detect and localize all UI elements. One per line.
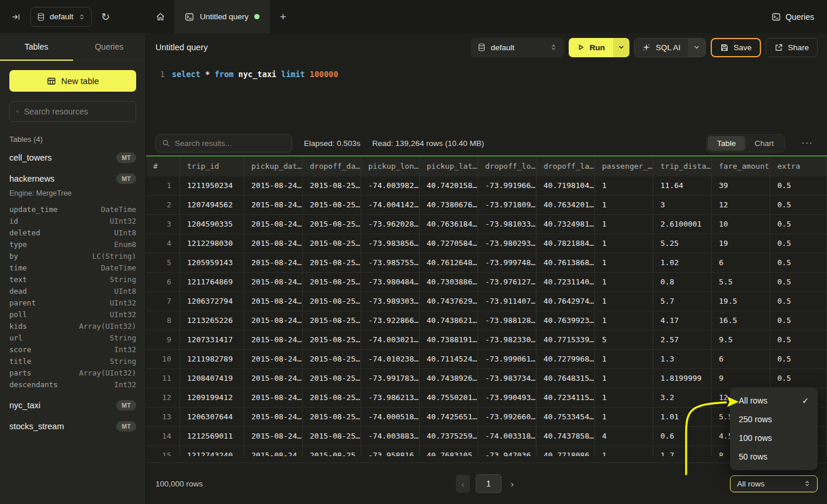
cell-trip-distance[interactable]: 0.8 — [653, 273, 712, 291]
current-page-button[interactable]: 1 — [476, 474, 501, 493]
cell-passenger-count[interactable]: 1 — [595, 311, 653, 330]
sidebar-table-nyc-taxi[interactable]: nyc_taxi MT — [0, 395, 146, 416]
cell-fare-amount[interactable]: 10 — [712, 215, 770, 234]
column-header[interactable]: passenger_… — [595, 157, 653, 176]
sidebar-table-stocks-stream[interactable]: stocks_stream MT — [0, 416, 146, 437]
tab-untitled-query[interactable]: Untitled query — [174, 0, 270, 33]
cell-dropoff-longitude[interactable]: -74.003318… — [478, 427, 537, 446]
column-header[interactable]: trip_id — [180, 157, 244, 176]
cell-fare-amount[interactable]: 9 — [712, 369, 770, 388]
cell-pickup-date[interactable]: 2015-08-24… — [244, 350, 303, 369]
cell-dropoff-date[interactable]: 2015-08-25… — [303, 234, 361, 253]
column-header[interactable]: dropoff_la… — [537, 157, 595, 176]
table-row[interactable]: 14 1212569011 2015-08-24… 2015-08-25… -7… — [146, 427, 827, 446]
cell-trip-id[interactable]: 1204590335 — [180, 215, 244, 234]
collapse-sidebar-icon[interactable] — [8, 9, 25, 25]
cell-pickup-latitude[interactable]: 40.7438621… — [420, 311, 478, 330]
cell-dropoff-date[interactable]: 2015-08-25… — [303, 292, 361, 311]
cell-trip-id[interactable]: 1205959143 — [180, 253, 244, 272]
cell-fare-amount[interactable]: 6 — [712, 253, 770, 272]
sidebar-table-hackernews[interactable]: hackernews MT — [0, 168, 146, 189]
cell-pickup-longitude[interactable]: -73.962028… — [361, 215, 420, 234]
cell-trip-distance[interactable]: 5.7 — [653, 292, 712, 311]
cell-pickup-date[interactable]: 2015-08-24… — [244, 176, 303, 195]
cell-dropoff-longitude[interactable]: -73.980293… — [478, 234, 537, 253]
cell-dropoff-date[interactable]: 2015-08-25… — [303, 427, 361, 446]
table-row[interactable]: 7 1206372794 2015-08-24… 2015-08-25… -73… — [146, 292, 827, 311]
cell-fare-amount[interactable]: 12 — [712, 196, 770, 214]
table-row[interactable]: 2 1207494562 2015-08-24… 2015-08-25… -74… — [146, 196, 827, 215]
cell-pickup-longitude[interactable]: -73.980484… — [361, 273, 420, 291]
cell-pickup-latitude[interactable]: 40.7636184… — [420, 215, 478, 234]
cell-passenger-count[interactable]: 1 — [595, 350, 653, 369]
cell-dropoff-latitude[interactable]: 40.7715339… — [537, 331, 595, 349]
cell-dropoff-date[interactable]: 2015-08-25… — [303, 176, 361, 195]
cell-extra[interactable]: 0.5 — [770, 234, 827, 253]
cell-pickup-date[interactable]: 2015-08-24… — [244, 292, 303, 311]
column-header[interactable]: fare_amount — [712, 157, 770, 176]
cell-dropoff-latitude[interactable]: 40.7821884… — [537, 234, 595, 253]
table-row[interactable]: 4 1212298030 2015-08-24… 2015-08-25… -73… — [146, 234, 827, 253]
cell-extra[interactable]: 0.5 — [770, 176, 827, 195]
cell-pickup-date[interactable]: 2015-08-24… — [244, 196, 303, 214]
cell-pickup-date[interactable]: 2015-08-24… — [244, 311, 303, 330]
cell-pickup-longitude[interactable]: -73.991783… — [361, 369, 420, 388]
cell-pickup-longitude[interactable]: -73.922866… — [361, 311, 420, 330]
page-size-option[interactable]: All rows ✓ — [730, 391, 818, 410]
sql-ai-button[interactable]: SQL AI — [635, 39, 688, 57]
cell-trip-id[interactable]: 1212298030 — [180, 234, 244, 253]
table-row[interactable]: 1 1211950234 2015-08-24… 2015-08-25… -74… — [146, 176, 827, 196]
cell-pickup-longitude[interactable]: -74.010238… — [361, 350, 420, 369]
cell-passenger-count[interactable]: 1 — [595, 253, 653, 272]
cell-dropoff-latitude[interactable]: 40.7231140… — [537, 273, 595, 291]
column-header[interactable]: # — [146, 157, 180, 176]
cell-extra[interactable]: 0.5 — [770, 273, 827, 291]
cell-dropoff-latitude[interactable]: 40.7437858… — [537, 427, 595, 446]
cell-passenger-count[interactable]: 1 — [595, 408, 653, 426]
cell-pickup-longitude[interactable]: -73.983856… — [361, 234, 420, 253]
cell-dropoff-longitude[interactable]: -73.999061… — [478, 350, 537, 369]
table-row[interactable]: 5 1205959143 2015-08-24… 2015-08-25… -73… — [146, 253, 827, 273]
cell-trip-distance[interactable]: 1.01 — [653, 408, 712, 426]
cell-trip-id[interactable]: 1212743240 — [180, 446, 244, 456]
cell-trip-id[interactable]: 1211950234 — [180, 176, 244, 195]
cell-dropoff-longitude[interactable]: -73.983734… — [478, 369, 537, 388]
column-header[interactable]: dropoff_lo… — [478, 157, 537, 176]
cell-pickup-date[interactable]: 2015-08-24… — [244, 253, 303, 272]
cell-fare-amount[interactable]: 19.5 — [712, 292, 770, 311]
cell-dropoff-latitude[interactable]: 40.7613868… — [537, 253, 595, 272]
new-table-button[interactable]: New table — [9, 70, 136, 92]
results-search-input[interactable] — [175, 139, 286, 148]
cell-dropoff-longitude[interactable]: -73.982330… — [478, 331, 537, 349]
query-database-selector[interactable]: default — [470, 38, 564, 57]
sidebar-tab-queries[interactable]: Queries — [73, 33, 146, 60]
cell-dropoff-date[interactable]: 2015-08-25… — [303, 388, 361, 407]
cell-fare-amount[interactable]: 9.5 — [712, 331, 770, 349]
cell-fare-amount[interactable]: 16.5 — [712, 311, 770, 330]
cell-passenger-count[interactable]: 1 — [595, 292, 653, 311]
table-row[interactable]: 6 1211764869 2015-08-24… 2015-08-25… -73… — [146, 273, 827, 292]
cell-dropoff-longitude[interactable]: -73.976127… — [478, 273, 537, 291]
cell-extra[interactable]: 0.5 — [770, 350, 827, 369]
cell-pickup-latitude[interactable]: 40.7550201… — [420, 388, 478, 407]
cell-trip-distance[interactable]: 1.02 — [653, 253, 712, 272]
cell-dropoff-date[interactable]: 2015-08-25… — [303, 253, 361, 272]
cell-pickup-date[interactable]: 2015-08-24… — [244, 446, 303, 456]
cell-dropoff-date[interactable]: 2015-08-25… — [303, 215, 361, 234]
cell-fare-amount[interactable]: 5.5 — [712, 273, 770, 291]
cell-pickup-latitude[interactable]: 40.7375259… — [420, 427, 478, 446]
cell-pickup-latitude[interactable]: 40.7380676… — [420, 196, 478, 214]
cell-pickup-longitude[interactable]: -74.000518… — [361, 408, 420, 426]
sql-editor[interactable]: 1 select * from nyc_taxi limit 100000 — [146, 61, 827, 131]
share-button[interactable]: Share — [766, 38, 818, 57]
cell-pickup-latitude[interactable]: 40.7437629… — [420, 292, 478, 311]
cell-dropoff-date[interactable]: 2015-08-25… — [303, 369, 361, 388]
cell-dropoff-latitude[interactable]: 40.7648315… — [537, 369, 595, 388]
cell-dropoff-latitude[interactable]: 40.7279968… — [537, 350, 595, 369]
cell-passenger-count[interactable]: 1 — [595, 196, 653, 214]
cell-dropoff-date[interactable]: 2015-08-25… — [303, 446, 361, 456]
cell-dropoff-date[interactable]: 2015-08-25… — [303, 273, 361, 291]
table-row[interactable]: 11 1208407419 2015-08-24… 2015-08-25… -7… — [146, 369, 827, 388]
cell-trip-distance[interactable]: 2.57 — [653, 331, 712, 349]
cell-passenger-count[interactable]: 1 — [595, 234, 653, 253]
